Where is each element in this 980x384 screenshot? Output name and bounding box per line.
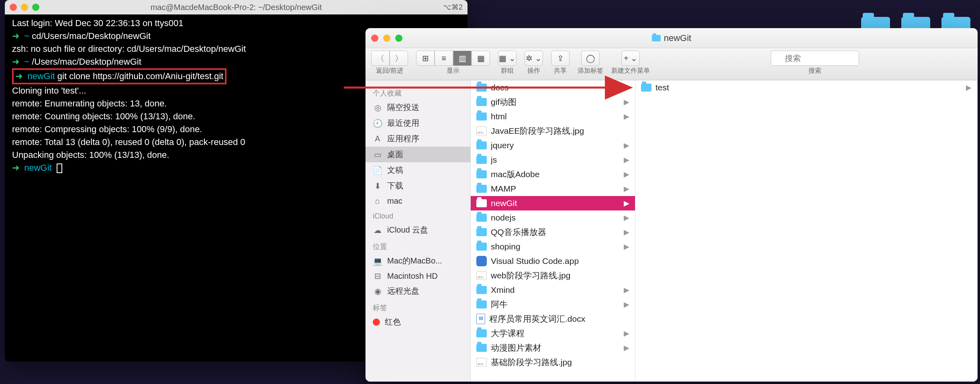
sidebar-item-label: Mac的MacBo... (387, 255, 442, 266)
chevron-right-icon: ▶ (624, 228, 629, 237)
sidebar-item[interactable]: ◎隔空投送 (365, 100, 470, 115)
list-item[interactable]: js▶ (471, 153, 635, 167)
toolbar-label: 添加标签 (578, 67, 603, 75)
list-item[interactable]: 动漫图片素材▶ (471, 341, 635, 355)
action-button[interactable]: ✲ ⌄ (525, 51, 543, 66)
sidebar-head-locations: 位置 (365, 238, 470, 253)
share-button[interactable]: ⇪ (551, 51, 570, 66)
group-button[interactable]: ▦ ⌄ (498, 51, 517, 66)
toolbar-label: 显示 (447, 67, 459, 75)
view-list-button[interactable]: ≡ (435, 51, 453, 66)
terminal-titlebar[interactable]: mac@MacdeMacBook-Pro-2: ~/Desktop/newGit… (5, 0, 468, 14)
sidebar-item[interactable]: 💻Mac的MacBo... (365, 253, 470, 269)
list-item[interactable]: 阿牛▶ (471, 297, 635, 312)
zoom-icon[interactable] (32, 4, 39, 11)
list-item[interactable]: html▶ (471, 109, 635, 124)
list-item-label: 动漫图片素材 (491, 342, 624, 353)
folder-icon (476, 141, 487, 149)
chevron-right-icon: ▶ (624, 199, 629, 208)
list-item[interactable]: web阶段学习路线.jpg (471, 268, 635, 283)
sidebar-item-icon: ⌂ (373, 196, 382, 206)
finder-column-1: docs▶gif动图▶html▶JavaEE阶段学习路线.jpgjquery▶j… (471, 80, 635, 382)
toolbar-label: 群组 (501, 67, 514, 75)
new-folder-button[interactable]: + ⌄ (621, 51, 640, 66)
sidebar-item-label: iCloud 云盘 (387, 225, 428, 235)
sidebar-item[interactable]: 🕘最近使用 (365, 115, 470, 131)
list-item[interactable]: Xmind▶ (471, 283, 635, 297)
terminal-title: mac@MacdeMacBook-Pro-2: ~/Desktop/newGit (5, 3, 468, 12)
forward-button[interactable]: 〉 (390, 51, 408, 66)
folder-icon (476, 98, 487, 106)
finder-titlebar[interactable]: newGit (365, 28, 978, 48)
sidebar-item[interactable]: ⊟Macintosh HD (365, 269, 470, 283)
minimize-icon[interactable] (383, 35, 390, 42)
sidebar-item-icon: 📄 (373, 165, 382, 175)
folder-icon (476, 199, 487, 207)
list-item[interactable]: docs▶ (471, 80, 635, 95)
image-file-icon (476, 127, 487, 135)
list-item[interactable]: nodejs▶ (471, 210, 635, 225)
toolbar-label: 返回/前进 (376, 67, 403, 75)
finder-body: 个人收藏 ◎隔空投送🕘最近使用A应用程序▭桌面📄文稿⬇下载⌂mac iCloud… (365, 80, 978, 382)
folder-icon (476, 185, 487, 193)
finder-window: newGit 〈 〉 返回/前进 ⊞ ≡ ▥ ▦ 显示 ▦ ⌄ 群组 ✲ ⌄ 操… (365, 28, 978, 382)
list-item-label: 阿牛 (491, 299, 624, 310)
view-column-button[interactable]: ▥ (453, 51, 472, 66)
sidebar-item[interactable]: 📄文稿 (365, 162, 470, 178)
finder-title: newGit (365, 33, 978, 43)
finder-toolbar: 〈 〉 返回/前进 ⊞ ≡ ▥ ▦ 显示 ▦ ⌄ 群组 ✲ ⌄ 操作 ⇪ 共享 (365, 48, 978, 80)
close-icon[interactable] (371, 35, 378, 42)
doc-file-icon (476, 314, 485, 324)
close-icon[interactable] (10, 4, 17, 11)
finder-column-2: test▶ (635, 80, 978, 382)
sidebar-item-label: 桌面 (387, 149, 403, 160)
sidebar-item[interactable]: ▭桌面 (365, 147, 470, 162)
list-item[interactable]: 基础阶段学习路线.jpg (471, 355, 635, 370)
list-item[interactable]: mac版Adobe▶ (471, 167, 635, 182)
sidebar-item-icon: ☁ (373, 225, 382, 235)
sidebar-tag-item[interactable]: 红色 (365, 314, 470, 330)
search-input[interactable] (771, 51, 859, 66)
sidebar-item[interactable]: A应用程序 (365, 131, 470, 147)
list-item-label: QQ音乐播放器 (491, 227, 624, 238)
chevron-right-icon: ▶ (624, 343, 629, 352)
chevron-right-icon: ▶ (624, 242, 629, 251)
list-item-label: gif动图 (491, 96, 624, 108)
list-item[interactable]: QQ音乐播放器▶ (471, 225, 635, 239)
folder-icon (476, 84, 487, 92)
list-item-label: js (491, 155, 624, 165)
list-item[interactable]: MAMP▶ (471, 182, 635, 196)
minimize-icon[interactable] (21, 4, 28, 11)
sidebar-head-icloud: iCloud (365, 208, 470, 222)
sidebar-item[interactable]: ◉远程光盘 (365, 283, 470, 299)
zoom-icon[interactable] (395, 35, 402, 42)
sidebar-item-icon: 💻 (373, 256, 382, 266)
sidebar-item-label: 红色 (385, 317, 401, 327)
list-item-label: Visual Studio Code.app (491, 256, 629, 266)
sidebar-item[interactable]: ⬇下载 (365, 178, 470, 194)
chevron-right-icon: ▶ (624, 83, 629, 92)
toolbar-label: 共享 (554, 67, 567, 75)
list-item[interactable]: jquery▶ (471, 138, 635, 153)
list-item[interactable]: shoping▶ (471, 239, 635, 254)
sidebar-item-label: mac (387, 196, 402, 206)
back-button[interactable]: 〈 (371, 51, 390, 66)
list-item[interactable]: Visual Studio Code.app (471, 254, 635, 268)
list-item[interactable]: test▶ (635, 80, 977, 95)
sidebar-item[interactable]: ☁iCloud 云盘 (365, 222, 470, 238)
list-item[interactable]: newGit▶ (471, 196, 635, 210)
tags-button[interactable]: ◯ (581, 51, 600, 66)
list-item[interactable]: 大学课程▶ (471, 326, 635, 341)
list-item[interactable]: gif动图▶ (471, 95, 635, 109)
list-item-label: web阶段学习路线.jpg (491, 270, 629, 281)
folder-icon (476, 300, 487, 308)
view-gallery-button[interactable]: ▦ (472, 51, 490, 66)
chevron-right-icon: ▶ (624, 170, 629, 179)
list-item[interactable]: JavaEE阶段学习路线.jpg (471, 124, 635, 138)
list-item-label: docs (491, 83, 624, 92)
sidebar-item[interactable]: ⌂mac (365, 194, 470, 208)
sidebar-item-icon: ⊟ (373, 271, 382, 281)
sidebar-item-icon: A (373, 134, 382, 144)
list-item[interactable]: 程序员常用英文词汇.docx (471, 312, 635, 326)
view-icon-button[interactable]: ⊞ (416, 51, 435, 66)
